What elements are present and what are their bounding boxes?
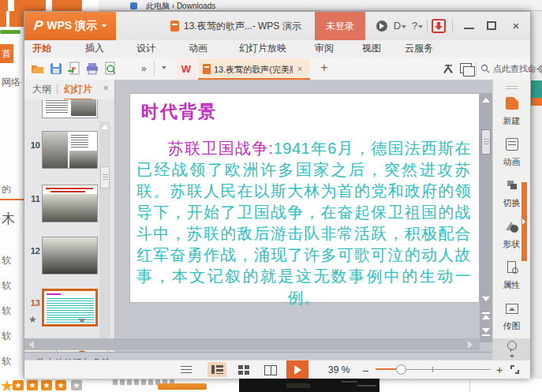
rating-star-icon: ★ [27,380,38,390]
slide-thumbnail[interactable] [42,237,98,274]
tab-slideshow[interactable]: 幻灯片放映 [239,40,286,58]
slide-thumbnail[interactable] [42,185,98,222]
tools-icon[interactable] [443,62,454,74]
sidebar-item-new[interactable]: 新建 [493,97,530,127]
zoom-in-icon[interactable]: + [496,364,503,376]
scroll-up-icon[interactable] [101,125,109,129]
tab-insert[interactable]: 插入 [85,40,104,58]
signature-icon[interactable]: D [392,18,408,34]
tab-review[interactable]: 审阅 [315,40,334,58]
new-tab-button[interactable]: + [316,60,332,76]
reading-view-button[interactable] [261,362,280,377]
minimize-button[interactable] [460,18,479,34]
slide-number: 13 [28,298,40,308]
print-preview-icon[interactable] [103,62,118,76]
wps-app-menu-button[interactable]: P WPS 演示 [24,12,116,40]
fit-slide-icon[interactable] [510,365,519,374]
dark-window-detail [342,381,357,383]
scroll-right-icon[interactable] [468,341,473,349]
zoom-level[interactable]: 39 % [328,364,349,375]
wps-presentation-window: P WPS 演示 13.夜莺的歌声...- WPS 演示 未登录 D ? × 开… [24,11,531,379]
webpage-text-fragment: 软 [2,330,11,343]
tab-home[interactable]: 开始 [32,40,51,58]
tab-design[interactable]: 设计 [136,40,155,58]
webpage-text-fragment: 软 [2,304,11,318]
slide-thumbnail[interactable] [42,99,98,118]
close-panel-icon[interactable]: × [100,83,111,94]
divider: | [56,83,58,94]
export-pdf-icon[interactable]: P [67,62,81,76]
next-slide-icon[interactable] [482,328,490,333]
scroll-up-icon[interactable] [482,98,490,103]
save-icon[interactable] [49,62,63,76]
tab-animation[interactable]: 动画 [189,40,207,58]
scroll-down-icon[interactable] [482,297,490,301]
this-pc-icon [130,2,137,9]
slide-body-lead: 苏联卫国战争: [168,140,274,157]
switch-window-icon[interactable] [460,63,472,73]
print-icon[interactable] [85,62,99,76]
panel-scrollbar[interactable] [99,121,110,340]
more-tools-icon[interactable]: » [141,62,147,76]
previous-slide-icon[interactable] [482,312,490,314]
download-manager-icon[interactable] [432,19,446,33]
slide-thumbnail[interactable] [42,131,98,169]
slide-canvas[interactable]: 时代背景 苏联卫国战争:1941年6月，德国法西斯在已经战领了欧洲许多国家之后，… [129,93,480,303]
scrollbar-thumb[interactable] [481,129,491,155]
tab-view[interactable]: 视图 [362,40,381,58]
login-button[interactable]: 未登录 [315,12,365,40]
slide-title[interactable]: 时代背景 [141,100,217,124]
open-file-icon[interactable] [31,62,45,76]
search-icon [480,64,490,73]
search-placeholder: 点此查找命令 [493,63,542,75]
wps-home-tab[interactable]: W [176,58,196,80]
command-search-input[interactable]: 点此查找命令 [480,61,542,77]
slide-sorter-view-button[interactable] [234,362,253,377]
horizontal-scrollbar[interactable] [24,338,480,350]
rating-star-icon: ★ [41,380,52,390]
shapes-icon [506,220,518,233]
sidebar-item-upload-image[interactable]: 传图 [493,302,530,332]
sidebar-item-properties[interactable]: 属性 [493,261,530,291]
divider [154,62,155,76]
maximize-button[interactable] [483,18,502,34]
customize-toolbar-icon[interactable] [162,66,166,69]
scroll-left-icon[interactable] [29,341,34,349]
background-dark-window [239,379,379,392]
sidebar-more-button[interactable] [493,338,530,360]
background-teal-block [531,80,542,98]
normal-view-button[interactable] [207,362,226,377]
tab-outline[interactable]: 大纲 [32,83,51,96]
tab-slides[interactable]: 幻灯片 [64,83,92,100]
slide-thumbnail-list: 10 11 12 [24,99,114,340]
previous-slide-icon[interactable] [482,315,490,319]
close-tab-icon[interactable]: × [294,63,305,74]
dark-window-detail [357,385,376,386]
sidebar-drag-handle[interactable] [506,86,518,89]
right-sidebar: 新建 动画 切换 形状 属性 [492,80,530,360]
skin-icon[interactable] [376,21,387,32]
notes-toggle-icon[interactable] [181,365,192,373]
document-tab[interactable]: 13.夜莺的歌声(完美版).ppt × [198,58,310,80]
workspace: 大纲 | 幻灯片 × 10 [24,80,530,360]
zoom-slider-handle[interactable] [396,364,406,375]
slide-thumbnail-selected[interactable] [42,289,98,327]
next-slide-icon[interactable] [482,334,490,336]
titlebar: P WPS 演示 13.夜莺的歌声...- WPS 演示 未登录 D ? × [24,12,530,40]
quick-toolbar: P » W 13.夜莺的歌声(完美版).ppt × + [24,58,530,80]
slide-body-rest: 1941年6月，德国法西斯在已经战领了欧洲许多国家之后，突然进攻苏联。苏联人民在… [136,140,471,306]
sidebar-pull-tab[interactable] [521,182,527,261]
zoom-out-icon[interactable]: − [362,364,368,377]
sidebar-item-animation[interactable]: 动画 [493,138,530,168]
scroll-down-icon[interactable] [78,319,86,323]
close-button[interactable]: × [506,18,525,34]
divider [476,62,477,76]
slide-number: 10 [28,140,40,150]
slide-body-text[interactable]: 苏联卫国战争:1941年6月，德国法西斯在已经战领了欧洲许多国家之后，突然进攻苏… [136,138,471,308]
play-slideshow-button[interactable] [286,360,308,379]
scrollbar-thumb[interactable] [100,166,110,189]
tab-cloud[interactable]: 云服务 [405,40,433,58]
help-icon[interactable]: ? [409,18,425,34]
vertical-scrollbar[interactable] [480,93,492,342]
chevron-down-icon [402,25,406,28]
